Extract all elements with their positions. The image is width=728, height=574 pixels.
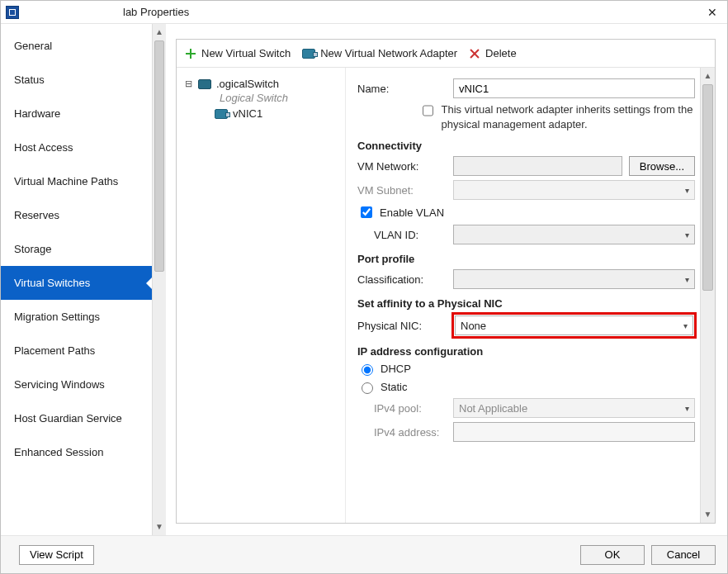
enable-vlan-checkbox-row[interactable]: Enable VLAN [357,204,444,221]
delete-label: Delete [485,47,517,59]
sidebar: General Status Hardware Host Access Virt… [1,24,152,535]
delete-icon [469,48,480,59]
sidebar-item-hardware[interactable]: Hardware [1,97,152,130]
ipv4pool-combo: Not Applicable ▾ [453,398,695,418]
ipv4addr-label: IPv4 address: [357,426,453,439]
dhcp-radio[interactable] [362,364,373,376]
enable-vlan-label: Enable VLAN [380,206,444,219]
new-virtual-switch-label: New Virtual Switch [201,47,291,59]
properties-form: Name: This virtual network adapter inher… [346,68,700,523]
chevron-down-icon: ▾ [685,186,689,195]
ipv4pool-label: IPv4 pool: [357,402,453,415]
vmsubnet-combo: ▾ [453,180,695,200]
physnic-label: Physical NIC: [357,320,453,332]
dialog-body: General Status Hardware Host Access Virt… [1,24,727,535]
classification-label: Classification: [357,273,453,286]
ipv4addr-input [453,422,695,442]
nic-icon [215,109,228,119]
chevron-down-icon: ▾ [683,321,688,330]
tree-child-vnic1[interactable]: vNIC1 [182,104,340,123]
delete-button[interactable]: Delete [469,47,517,59]
vmnet-label: VM Network: [357,160,453,173]
sidebar-item-status[interactable]: Status [1,63,152,97]
tree-child-label: vNIC1 [233,107,262,120]
ipconfig-head: IP address configuration [357,345,695,358]
connectivity-head: Connectivity [357,140,695,152]
nic-icon [302,49,315,59]
static-label: Static [381,381,408,393]
inherit-checkbox-row[interactable]: This virtual network adapter inherits se… [419,102,695,131]
inherit-text: This virtual network adapter inherits se… [441,102,695,131]
plus-icon [185,48,196,59]
main-area: New Virtual Switch New Virtual Network A… [166,24,727,535]
affinity-head: Set affinity to a Physical NIC [357,297,695,310]
scroll-thumb[interactable] [702,84,713,291]
scroll-down-icon[interactable]: ▼ [702,508,713,521]
panel-toolbar: New Virtual Switch New Virtual Network A… [177,40,715,68]
dhcp-label: DHCP [381,363,411,375]
tree-root-label: .ogicalSwitch [216,78,279,90]
ok-button[interactable]: OK [580,545,645,565]
vlan-id-combo[interactable]: ▾ [453,225,695,244]
cancel-button[interactable]: Cancel [651,545,716,565]
config-panel: New Virtual Switch New Virtual Network A… [176,39,716,524]
switch-tree: ⊟ .ogicalSwitch Logical Switch vNIC1 [177,68,346,523]
sidebar-item-storage[interactable]: Storage [1,232,152,266]
chevron-down-icon: ▾ [685,404,689,413]
sidebar-item-host-access[interactable]: Host Access [1,130,152,164]
scroll-up-icon[interactable]: ▲ [154,26,164,39]
portprofile-head: Port profile [357,253,695,265]
form-scrollbar[interactable]: ▲ ▼ [700,68,715,523]
inherit-checkbox[interactable] [423,105,433,116]
physnic-combo[interactable]: None ▾ [455,315,693,335]
dhcp-radio-row[interactable]: DHCP [357,362,411,376]
tree-root-subtitle: Logical Switch [182,92,340,104]
window-title: lab Properties [123,6,189,18]
window-icon [6,6,19,19]
vmsubnet-label: VM Subnet: [357,184,453,197]
static-radio-row[interactable]: Static [357,380,408,394]
dialog-footer: View Script OK Cancel [1,535,727,573]
sidebar-wrap: General Status Hardware Host Access Virt… [1,24,166,535]
vmnet-input[interactable] [453,156,622,176]
sidebar-item-placement-paths[interactable]: Placement Paths [1,334,152,368]
vlan-id-label: VLAN ID: [357,229,453,241]
enable-vlan-checkbox[interactable] [361,206,372,218]
static-radio[interactable] [362,382,373,394]
scroll-thumb[interactable] [154,40,164,272]
sidebar-item-host-guardian[interactable]: Host Guardian Service [1,401,152,435]
close-icon[interactable]: ✕ [702,6,722,19]
sidebar-item-virtual-switches[interactable]: Virtual Switches [1,266,152,300]
scroll-down-icon[interactable]: ▼ [154,520,164,534]
sidebar-item-general[interactable]: General [1,29,152,63]
new-virtual-adapter-label: New Virtual Network Adapter [320,47,457,59]
view-script-button[interactable]: View Script [19,545,94,565]
sidebar-item-vm-paths[interactable]: Virtual Machine Paths [1,164,152,198]
collapse-icon[interactable]: ⊟ [183,78,193,89]
dialog-window: lab Properties ✕ General Status Hardware… [0,0,728,574]
sidebar-item-enhanced-session[interactable]: Enhanced Session [1,435,152,469]
name-label: Name: [357,83,453,95]
chevron-down-icon: ▾ [685,275,689,284]
classification-combo[interactable]: ▾ [453,269,695,289]
chevron-down-icon: ▾ [685,230,689,240]
sidebar-item-migration-settings[interactable]: Migration Settings [1,300,152,334]
name-input[interactable] [453,78,695,98]
switch-icon [198,79,211,89]
browse-button[interactable]: Browse... [629,156,695,176]
sidebar-item-reserves[interactable]: Reserves [1,198,152,232]
panel-body: ⊟ .ogicalSwitch Logical Switch vNIC1 Nam [177,68,715,523]
ipv4pool-value: Not Applicable [459,402,527,415]
tree-root[interactable]: ⊟ .ogicalSwitch [182,74,340,93]
new-virtual-switch-button[interactable]: New Virtual Switch [185,47,291,59]
sidebar-scrollbar[interactable]: ▲ ▼ [152,24,166,535]
titlebar: lab Properties ✕ [1,1,727,24]
scroll-up-icon[interactable]: ▲ [702,69,713,83]
new-virtual-adapter-button[interactable]: New Virtual Network Adapter [302,47,457,59]
sidebar-item-servicing-windows[interactable]: Servicing Windows [1,368,152,401]
physnic-value: None [461,320,486,332]
